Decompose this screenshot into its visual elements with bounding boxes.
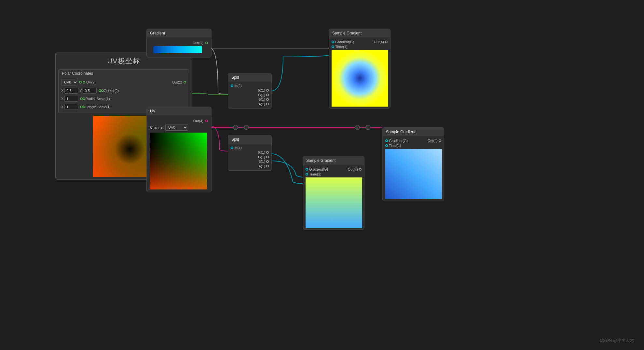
- svg-rect-6: [93, 116, 154, 177]
- sg3-time-port: [385, 144, 388, 147]
- split2-node: Split In(4) R(1) G(1) B(1) A(1): [228, 135, 272, 171]
- sg2-gradient-label: Gradient(G): [309, 167, 328, 171]
- x-center-input[interactable]: [64, 88, 78, 94]
- sg2-time-port: [306, 173, 308, 175]
- split1-r-label: R(1): [258, 88, 265, 92]
- split1-header: Split: [228, 73, 271, 82]
- sample-gradient2-node: Sample Gradient Gradient(G) Out(4) Time(…: [303, 156, 364, 230]
- length-input[interactable]: [64, 104, 78, 110]
- split1-g-label: G(1): [258, 93, 265, 97]
- uv-preview: [150, 133, 207, 189]
- svg-point-2: [355, 125, 360, 130]
- sg3-out-port: [439, 139, 441, 142]
- center-label: Center(2): [104, 89, 119, 93]
- split2-b-port: [266, 160, 269, 163]
- sample-gradient3-node: Sample Gradient Gradient(G) Out(4) Time(…: [382, 127, 444, 201]
- svg-rect-8: [150, 133, 207, 189]
- sg3-header: Sample Gradient: [383, 128, 444, 136]
- sg2-time-label: Time(1): [309, 172, 321, 176]
- radial-port: [80, 97, 83, 100]
- length-label: Length Scale(1): [85, 105, 111, 109]
- sg3-time-label: Time(1): [389, 144, 401, 148]
- split1-node: Split In(2) R(1) G(1) B(1) A(1): [228, 73, 272, 109]
- center-in-port: [99, 89, 101, 92]
- split1-g-port: [266, 94, 269, 96]
- svg-point-1: [244, 125, 249, 130]
- split1-a-port: [266, 103, 269, 105]
- sg2-out-port: [359, 168, 362, 171]
- split2-a-port: [266, 165, 269, 167]
- radial-input[interactable]: [64, 96, 78, 102]
- sg1-time-label: Time(1): [335, 45, 347, 49]
- sg2-out-label: Out(4): [348, 167, 358, 171]
- sg2-header: Sample Gradient: [303, 156, 364, 165]
- uv-header: UV: [147, 107, 211, 115]
- sg3-gradient-label: Gradient(G): [389, 139, 408, 143]
- svg-rect-9: [332, 50, 388, 107]
- split2-in-port: [231, 147, 233, 149]
- uv-channel-select[interactable]: UV0: [165, 124, 188, 131]
- length-port2: [83, 106, 85, 108]
- split2-header: Split: [228, 135, 271, 144]
- radial-port2: [83, 97, 85, 100]
- uv-out-label: Out(4): [193, 119, 203, 123]
- polar-inner-header: Polar Coordinates: [59, 70, 189, 77]
- sg1-time-port: [332, 45, 334, 48]
- x-length-label: X: [61, 105, 63, 109]
- sg3-gradient-port: [385, 139, 388, 142]
- out2-port: [184, 81, 186, 84]
- watermark: CSDN @小生云木: [600, 338, 634, 344]
- gradient-node: Gradient Out(G): [146, 29, 212, 58]
- sg1-out-port: [385, 41, 388, 43]
- svg-point-3: [366, 125, 370, 130]
- svg-rect-10: [306, 177, 362, 228]
- x-radial-label: X: [61, 97, 63, 101]
- split2-b-label: B(1): [258, 160, 265, 163]
- sg1-gradient-port: [332, 41, 334, 43]
- sg3-out-label: Out(4): [428, 139, 438, 143]
- gradient-out-label: Out(G): [192, 41, 203, 45]
- split1-b-label: B(1): [258, 97, 265, 101]
- split2-g-port: [266, 156, 269, 158]
- split2-r-label: R(1): [258, 150, 265, 154]
- split1-b-port: [266, 98, 269, 101]
- uv-label: UV(2): [86, 80, 96, 84]
- out2-label: Out(2): [172, 80, 182, 84]
- x-label: X: [61, 89, 63, 93]
- split1-in-port: [231, 84, 233, 87]
- split1-r-port: [266, 89, 269, 92]
- y-center-input[interactable]: [83, 88, 97, 94]
- split2-in-label: In(4): [234, 146, 242, 150]
- center-in-port2: [101, 89, 104, 92]
- sg1-out-label: Out(4): [374, 40, 384, 44]
- split2-a-label: A(1): [258, 164, 265, 168]
- channel-label: Channel: [150, 125, 163, 129]
- sample-gradient1-node: Sample Gradient Gradient(G) Out(4) Time(…: [329, 29, 391, 109]
- sg2-gradient-port: [306, 168, 308, 171]
- svg-point-0: [233, 125, 238, 130]
- radial-label: Radial Scale(1): [85, 97, 110, 101]
- y-label: Y: [79, 89, 82, 93]
- split2-g-label: G(1): [258, 155, 265, 159]
- svg-rect-11: [385, 149, 442, 199]
- gradient-header: Gradient: [147, 29, 211, 37]
- uv-dropdown[interactable]: UV0: [61, 79, 78, 85]
- uv-in-port: [79, 81, 82, 84]
- split1-in-label: In(2): [234, 84, 242, 88]
- polar-preview: [93, 116, 154, 177]
- length-port: [80, 106, 83, 108]
- gradient-out-port: [205, 42, 208, 44]
- uv-node: UV Out(4) Channel UV0: [146, 107, 212, 192]
- sg1-gradient-label: Gradient(G): [335, 40, 354, 44]
- gradient-bar: [153, 46, 202, 53]
- split1-a-label: A(1): [258, 102, 265, 106]
- uv-in-port2: [83, 81, 85, 84]
- uv-out-port: [205, 120, 208, 122]
- split2-r-port: [266, 151, 269, 154]
- sg1-preview: [332, 50, 388, 107]
- sg2-preview: [306, 177, 362, 228]
- sg1-header: Sample Gradient: [329, 29, 390, 37]
- sg3-preview: [385, 149, 442, 199]
